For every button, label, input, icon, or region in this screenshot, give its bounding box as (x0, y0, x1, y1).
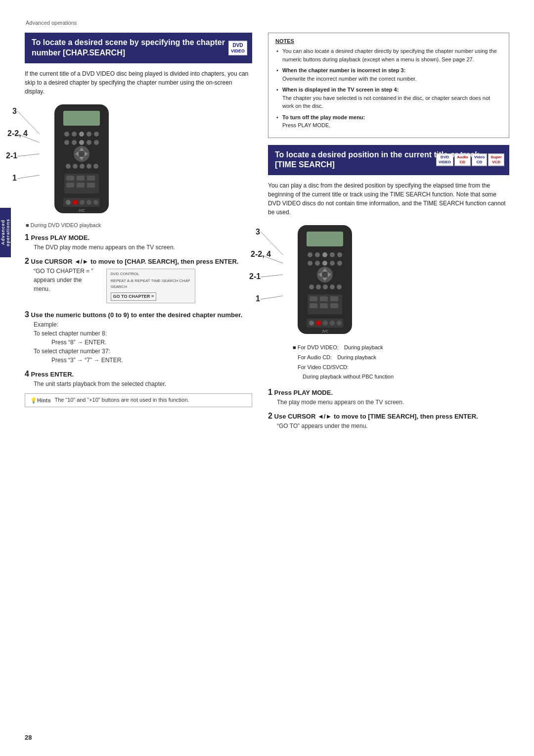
left-annotation-21: 2-1 (6, 151, 17, 160)
sidebar-label-wrap: Advanced operations (0, 208, 11, 257)
left-step2-sub: “GO TO CHAPTER = ” appears under the men… (34, 267, 252, 306)
dvd-badge-line1: DVD (231, 42, 245, 48)
svg-point-43 (308, 252, 312, 257)
svg-point-52 (337, 261, 342, 266)
svg-point-76 (337, 321, 342, 326)
right-step2-text: Use CURSOR ◄/► to move to [TIME SEARCH],… (274, 413, 478, 420)
note-item-3: When is displayed in the TV screen in st… (275, 86, 502, 110)
left-annotation-22-4: 2-2, 4 (7, 129, 28, 138)
svg-rect-29 (87, 183, 95, 188)
left-step4-text: Press ENTER. (31, 371, 74, 378)
svg-line-81 (261, 296, 283, 299)
svg-point-9 (79, 140, 84, 145)
hints-text: The “10” and “+10” buttons are not used … (55, 397, 189, 403)
svg-line-80 (261, 275, 283, 277)
left-step1-text: Press PLAY MODE. (31, 234, 90, 241)
svg-point-73 (316, 321, 321, 326)
left-body-text: If the current title of a DVD VIDEO disc… (25, 69, 252, 96)
dvd-badge-line2: VIDEO (231, 48, 245, 53)
svg-point-33 (80, 200, 85, 205)
svg-point-19 (73, 164, 78, 169)
right-column: NOTES You can also locate a desired chap… (268, 33, 509, 435)
svg-point-21 (87, 164, 91, 169)
left-remote-svg: JVC (40, 102, 124, 216)
svg-point-62 (330, 284, 335, 289)
svg-rect-1 (63, 111, 100, 126)
left-step1-sub: The DVD play mode menu appears on the TV… (34, 243, 252, 252)
dvd-video-badge: DVDVIDEO (436, 154, 453, 166)
left-step-4: 4 Press ENTER. The unit starts playback … (25, 370, 252, 388)
svg-line-40 (17, 175, 40, 179)
svg-point-4 (79, 132, 84, 137)
svg-point-44 (315, 252, 320, 257)
svg-point-8 (72, 140, 77, 145)
svg-rect-28 (77, 183, 85, 188)
left-section-title: To locate a desired scene by specifying … (32, 38, 225, 57)
note-item-4: To turn off the play mode menu: Press PL… (275, 113, 502, 130)
svg-point-22 (93, 164, 98, 169)
svg-point-51 (330, 261, 335, 266)
left-annotation-3: 3 (12, 107, 17, 116)
svg-rect-65 (310, 296, 317, 301)
svg-point-49 (315, 261, 320, 266)
left-step2-sub1: “GO TO CHAPTER = ” (34, 267, 93, 276)
right-step1-num: 1 (268, 388, 272, 396)
left-column: To locate a desired scene by specifying … (25, 33, 252, 435)
svg-point-72 (309, 321, 314, 326)
svg-rect-70 (330, 303, 338, 308)
svg-text:JVC: JVC (321, 330, 328, 333)
right-step1-text: Press PLAY MODE. (274, 389, 333, 396)
svg-point-17 (79, 151, 85, 157)
svg-point-48 (308, 261, 312, 266)
menu-label: DVD CONTROL (111, 271, 191, 277)
right-annotation-1: 1 (256, 294, 260, 303)
for-video-label: For Video CD/SVCD: (298, 364, 349, 370)
svg-point-74 (323, 321, 328, 326)
note-item-2: When the chapter number is incorrect in … (275, 66, 502, 83)
right-body-text: You can play a disc from the desired pos… (268, 181, 509, 217)
right-remote-container: 3 2-2, 4 2-1 1 (283, 223, 367, 338)
svg-rect-66 (320, 296, 328, 301)
svg-point-10 (87, 140, 91, 145)
left-step3-sub: Example: To select chapter number 8: Pre… (34, 320, 252, 365)
right-annotation-3: 3 (256, 228, 260, 236)
svg-text:JVC: JVC (78, 209, 85, 212)
note-item-1: You can also locate a desired chapter di… (275, 47, 502, 63)
right-step-1: 1 Press PLAY MODE. The play mode menu ap… (268, 388, 509, 407)
svg-point-46 (330, 252, 335, 257)
svg-point-7 (64, 140, 69, 145)
for-video-val: During playback without PBC function (303, 374, 394, 379)
left-step-3: 3 Use the numeric buttons (0 to 9) to en… (25, 310, 252, 365)
svg-point-34 (87, 200, 91, 205)
notes-title: NOTES (275, 38, 502, 44)
svg-point-58 (322, 272, 328, 278)
svg-point-11 (94, 140, 99, 145)
left-step4-num: 4 (25, 370, 29, 378)
left-remote-container: 3 2-2, 4 2-1 1 (40, 102, 124, 217)
right-step1-sub: The play mode menu appears on the TV scr… (277, 398, 509, 407)
svg-rect-26 (87, 176, 95, 181)
svg-rect-68 (310, 303, 317, 308)
audio-cd-badge: AudioCD (454, 154, 471, 166)
onscreen-menu: DVD CONTROL REPEAT A-B REPEAT TIME SEARC… (106, 269, 195, 304)
notes-box: NOTES You can also locate a desired chap… (268, 33, 509, 138)
svg-rect-67 (330, 296, 338, 301)
svg-point-50 (322, 261, 327, 266)
svg-point-63 (337, 284, 342, 289)
right-step2-num: 2 (268, 412, 272, 420)
svg-point-35 (93, 200, 98, 205)
svg-point-59 (309, 284, 314, 289)
super-vcd-badge: SuperVCD (488, 154, 504, 166)
svg-point-45 (322, 252, 327, 257)
svg-point-5 (87, 132, 91, 137)
left-step-2: 2 Use CURSOR ◄/► to move to [CHAP. SEARC… (25, 257, 252, 306)
hints-box: 💡Hints The “10” and “+10” buttons are no… (25, 393, 252, 407)
svg-line-39 (17, 154, 40, 156)
svg-rect-42 (307, 232, 343, 246)
svg-point-61 (323, 284, 328, 289)
svg-point-47 (337, 252, 342, 257)
right-section-header: To locate a desired position in the curr… (268, 145, 509, 176)
svg-point-32 (73, 200, 78, 205)
right-annotation-21: 2-1 (249, 272, 261, 281)
svg-rect-69 (320, 303, 328, 308)
